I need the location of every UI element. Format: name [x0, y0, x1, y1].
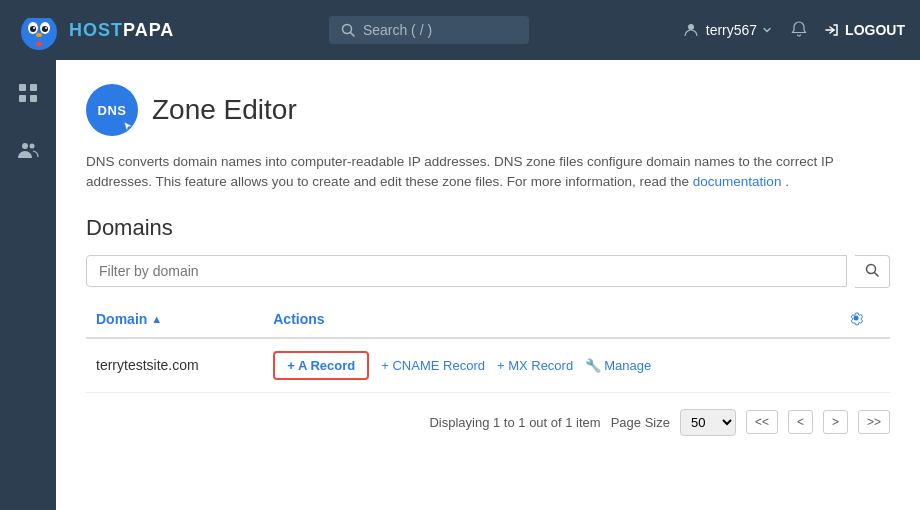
section-title: Domains	[86, 215, 890, 241]
logout-label: LOGOUT	[845, 22, 905, 38]
sort-arrow: ▲	[151, 313, 162, 325]
col-actions-label: Actions	[273, 311, 324, 327]
filter-row	[86, 255, 890, 288]
grid-icon	[17, 82, 39, 104]
prev-page-button[interactable]: <	[788, 410, 813, 434]
notifications-bell[interactable]	[790, 20, 808, 41]
chevron-down-icon	[762, 25, 772, 35]
description-text-part2: .	[785, 174, 789, 189]
svg-point-5	[33, 27, 35, 29]
svg-rect-16	[30, 84, 37, 91]
domain-cell: terrytestsite.com	[86, 338, 263, 393]
logo-icon	[15, 6, 63, 54]
top-nav: HOSTPAPA Search ( / ) terry567	[0, 0, 920, 60]
table-header-row: Domain ▲ Actions	[86, 302, 890, 338]
action-button[interactable]: + CNAME Record	[381, 358, 485, 373]
search-label: Search ( / )	[363, 22, 432, 38]
svg-point-13	[688, 24, 694, 30]
next-page-button[interactable]: >	[823, 410, 848, 434]
user-menu[interactable]: terry567	[683, 22, 774, 38]
table-row: terrytestsite.com+ A Record+ CNAME Recor…	[86, 338, 890, 393]
search-bar-inner[interactable]: Search ( / )	[329, 16, 529, 44]
sidebar-item-users[interactable]	[11, 133, 45, 170]
filter-search-button[interactable]	[855, 255, 890, 288]
page-size-label: Page Size	[611, 415, 670, 430]
sidebar-item-grid[interactable]	[11, 76, 45, 113]
add-a-record-button[interactable]: + A Record	[273, 351, 369, 380]
svg-point-20	[30, 144, 35, 149]
svg-line-22	[875, 272, 879, 276]
search-bar[interactable]: Search ( / )	[175, 16, 683, 44]
svg-rect-17	[19, 95, 26, 102]
actions-cell: + A Record+ CNAME Record+ MX Record🔧 Man…	[263, 338, 838, 393]
manage-button[interactable]: 🔧 Manage	[585, 358, 651, 373]
svg-rect-18	[30, 95, 37, 102]
col-domain[interactable]: Domain ▲	[86, 302, 263, 338]
main-content: DNS Zone Editor DNS converts domain name…	[56, 60, 920, 510]
svg-line-12	[350, 33, 354, 37]
filter-search-icon	[865, 263, 879, 277]
svg-point-7	[36, 33, 42, 37]
user-name: terry567	[706, 22, 757, 38]
col-settings[interactable]	[838, 302, 890, 338]
action-button[interactable]: + MX Record	[497, 358, 573, 373]
documentation-link[interactable]: documentation	[693, 174, 782, 189]
settings-icon	[848, 310, 864, 326]
dns-badge: DNS	[86, 84, 138, 136]
last-page-button[interactable]: >>	[858, 410, 890, 434]
wrench-icon: 🔧	[585, 358, 601, 373]
svg-rect-15	[19, 84, 26, 91]
display-count: Displaying 1 to 1 out of 1 item	[429, 415, 600, 430]
user-icon	[683, 22, 699, 38]
svg-point-3	[30, 26, 36, 32]
bell-icon	[790, 20, 808, 38]
page-title: Zone Editor	[152, 94, 297, 126]
logout-icon	[824, 22, 840, 38]
layout: DNS Zone Editor DNS converts domain name…	[0, 60, 920, 510]
filter-input[interactable]	[86, 255, 847, 287]
row-settings-cell	[838, 338, 890, 393]
cursor-icon	[122, 120, 136, 134]
page-size-select[interactable]: 102550100	[680, 409, 736, 436]
logo-text: HOSTPAPA	[69, 20, 174, 41]
svg-point-19	[22, 143, 28, 149]
search-icon	[341, 23, 355, 37]
svg-point-4	[42, 26, 48, 32]
logout-button[interactable]: LOGOUT	[824, 22, 905, 38]
domain-table: Domain ▲ Actions	[86, 302, 890, 393]
svg-rect-9	[31, 10, 47, 18]
col-actions: Actions	[263, 302, 838, 338]
page-header: DNS Zone Editor	[86, 84, 890, 136]
users-icon	[17, 139, 39, 161]
pagination-area: Displaying 1 to 1 out of 1 item Page Siz…	[86, 409, 890, 436]
col-domain-label: Domain	[96, 311, 147, 327]
logo-area: HOSTPAPA	[15, 6, 175, 54]
description: DNS converts domain names into computer-…	[86, 152, 890, 193]
svg-point-6	[45, 27, 47, 29]
nav-right: terry567 LOGOUT	[683, 20, 905, 41]
first-page-button[interactable]: <<	[746, 410, 778, 434]
dns-badge-text: DNS	[98, 103, 127, 118]
sidebar	[0, 60, 56, 510]
